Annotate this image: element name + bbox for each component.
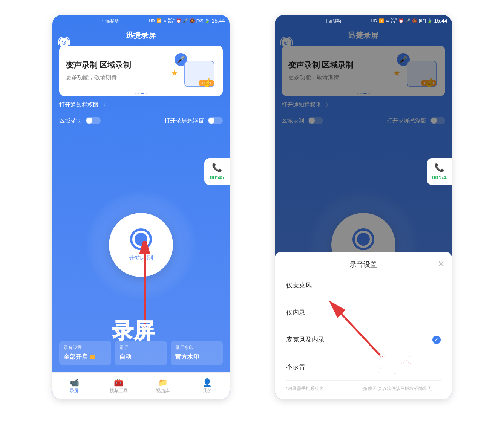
nav-label: 我的	[203, 388, 212, 394]
folder-icon: 📁	[158, 378, 168, 387]
hand-icon: ☝	[202, 78, 212, 88]
hd-icon: HD	[371, 18, 377, 23]
promo-text: 变声录制 区域录制 更多功能，敬请期待	[66, 60, 132, 81]
badge-icon	[90, 355, 95, 359]
setting-value: 全部开启	[64, 353, 88, 361]
battery-icon: [92]	[196, 18, 203, 23]
person-icon: 👤	[202, 378, 212, 387]
record-button-label: 开始录制	[129, 254, 153, 262]
clock-label: 15:44	[211, 18, 225, 24]
region-record-toggle[interactable]: 区域录制	[59, 117, 101, 124]
nav-label: 录屏	[70, 388, 79, 394]
phone-right: 中国移动 HD 📶 ≋ 62.9 K/s ⏰ 🎤 🔕 [92] 🍃 15:44 …	[275, 15, 452, 399]
timer-value: 00:54	[432, 174, 446, 180]
promo-illustration: 🎤 ★ ● REC ☝	[171, 53, 216, 87]
close-icon[interactable]: ✕	[438, 259, 444, 269]
status-bar: 中国移动 HD 📶 ≋ 62.9 K/s ⏰ 🎤 🔕 [92] 🍃 15:44	[275, 15, 452, 26]
star-icon: ★	[171, 68, 178, 78]
status-bar: 中国移动 HD 📶 ≋ 62.4 K/s ⏰ 🎤 🔕 [92] 🍃 15:44	[52, 15, 230, 26]
record-dot-icon	[135, 233, 147, 246]
alarm-icon: ⏰	[176, 18, 181, 23]
setting-label: 录屏	[119, 344, 162, 351]
toolbox-icon: 🧰	[114, 378, 123, 387]
switch-icon[interactable]	[208, 117, 223, 124]
chevron-right-icon: 〉	[103, 102, 108, 109]
nav-profile[interactable]: 👤 我的	[185, 373, 230, 399]
battery-icon: [92]	[419, 18, 426, 23]
setting-label: 录屏水印	[175, 344, 218, 351]
mute-icon: 🎤	[183, 18, 188, 23]
carrier-label: 中国移动	[325, 18, 341, 24]
option-mic-and-internal[interactable]: 麦克风及内录 ✓	[286, 326, 441, 353]
audio-setting-card[interactable]: 录音设置 全部开启	[59, 341, 111, 365]
promo-subtitle: 更多功能，敬请期待	[66, 74, 132, 81]
option-internal-only[interactable]: 仅内录	[286, 299, 441, 326]
settings-row: 录音设置 全部开启 录屏 自动 录屏水印 官方水印	[59, 341, 223, 365]
pulse-ring: 开始录制	[84, 188, 198, 301]
toggles-row: 区域录制 打开录屏悬浮窗	[59, 117, 223, 124]
nav-tools[interactable]: 🧰 视频工具	[97, 373, 141, 399]
option-label: 不录音	[286, 362, 305, 371]
switch-icon[interactable]	[86, 117, 101, 124]
leaf-icon: 🍃	[427, 18, 432, 23]
sheet-note: *内录需手机系统为 频/聊天/会议软件涉及版权或隐私无	[286, 385, 441, 392]
call-timer-widget[interactable]: 📞 00:54	[427, 158, 452, 185]
camera-icon: 📹	[70, 378, 79, 387]
leaf-icon: 🍃	[205, 18, 210, 23]
checkmark-icon: ✓	[432, 336, 441, 344]
option-mic-only[interactable]: 仅麦克风	[286, 272, 441, 299]
mute-icon: 🎤	[405, 18, 411, 23]
signal-icon: 📶	[156, 18, 162, 23]
promo-title: 变声录制 区域录制	[66, 60, 132, 70]
carousel-dots	[59, 93, 223, 94]
option-no-audio[interactable]: 不录音	[286, 353, 441, 381]
carrier-label: 中国移动	[102, 18, 119, 24]
alarm-icon: ⏰	[398, 18, 404, 23]
option-label: 仅麦克风	[286, 281, 312, 290]
record-ring-icon	[130, 228, 152, 250]
nav-label: 视频工具	[110, 388, 128, 394]
phone-left: 中国移动 HD 📶 ≋ 62.4 K/s ⏰ 🎤 🔕 [92] 🍃 15:44 …	[52, 15, 230, 399]
page-title: 迅捷录屏	[52, 26, 230, 46]
nav-library[interactable]: 📁 视频库	[141, 373, 185, 399]
option-label: 麦克风及内录	[286, 335, 325, 344]
watermark-card[interactable]: 录屏水印 官方水印	[171, 341, 223, 365]
permission-link[interactable]: 打开通知栏权限 〉	[59, 101, 223, 109]
phone-icon: 📞	[210, 163, 224, 173]
phone-icon: 📞	[432, 163, 446, 173]
setting-value: 官方水印	[175, 353, 218, 361]
setting-label: 录音设置	[64, 344, 107, 351]
record-button[interactable]: 开始录制	[109, 213, 173, 277]
audio-settings-sheet: ✕ 录音设置 仅麦克风 仅内录 麦克风及内录 ✓ 不录音 *内录需手机系统为 频…	[275, 252, 452, 399]
dnd-icon: 🔕	[412, 18, 417, 23]
hd-icon: HD	[149, 18, 155, 23]
dnd-icon: 🔕	[190, 18, 195, 23]
clock-label: 15:44	[434, 18, 447, 24]
signal-icon: 📶	[379, 18, 384, 23]
promo-card[interactable]: 变声录制 区域录制 更多功能，敬请期待 🎤 ★ ● REC ☝	[59, 46, 223, 96]
wifi-icon: ≋	[163, 18, 167, 23]
float-window-toggle[interactable]: 打开录屏悬浮窗	[164, 117, 223, 124]
nav-record[interactable]: 📹 录屏	[52, 373, 97, 399]
nav-label: 视频库	[156, 388, 170, 394]
netspeed-label: 62.4 K/s	[168, 17, 175, 24]
bottom-nav: 📹 录屏 🧰 视频工具 📁 视频库 👤 我的	[52, 372, 230, 399]
record-zone: 开始录制	[52, 177, 230, 313]
netspeed-label: 62.9 K/s	[391, 17, 397, 24]
float-toggle-label: 打开录屏悬浮窗	[164, 117, 204, 124]
setting-value: 自动	[119, 353, 162, 361]
region-toggle-label: 区域录制	[59, 117, 82, 124]
wifi-icon: ≋	[386, 18, 389, 23]
sheet-title: 录音设置	[286, 260, 441, 269]
permission-label: 打开通知栏权限	[59, 101, 99, 109]
record-mode-card[interactable]: 录屏 自动	[115, 341, 167, 365]
option-label: 仅内录	[286, 308, 305, 317]
